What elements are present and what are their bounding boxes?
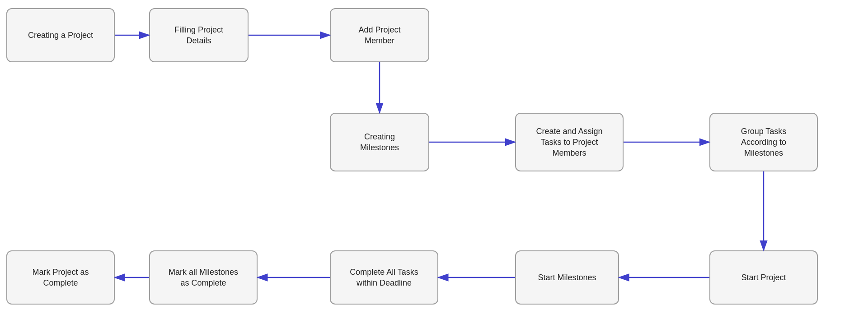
start-milestones-node: Start Milestones — [515, 250, 619, 305]
start-project-node: Start Project — [709, 250, 818, 305]
create-assign-tasks-node: Create and Assign Tasks to Project Membe… — [515, 113, 624, 171]
filling-details-node: Filling Project Details — [149, 8, 249, 62]
creating-project-node: Creating a Project — [6, 8, 115, 62]
creating-milestones-node: Creating Milestones — [330, 113, 429, 171]
complete-tasks-node: Complete All Tasks within Deadline — [330, 250, 438, 305]
mark-project-node: Mark Project as Complete — [6, 250, 115, 305]
group-tasks-node: Group Tasks According to Milestones — [709, 113, 818, 171]
mark-milestones-node: Mark all Milestones as Complete — [149, 250, 258, 305]
diagram-container: Creating a ProjectFilling Project Detail… — [0, 0, 868, 328]
add-member-node: Add Project Member — [330, 8, 429, 62]
